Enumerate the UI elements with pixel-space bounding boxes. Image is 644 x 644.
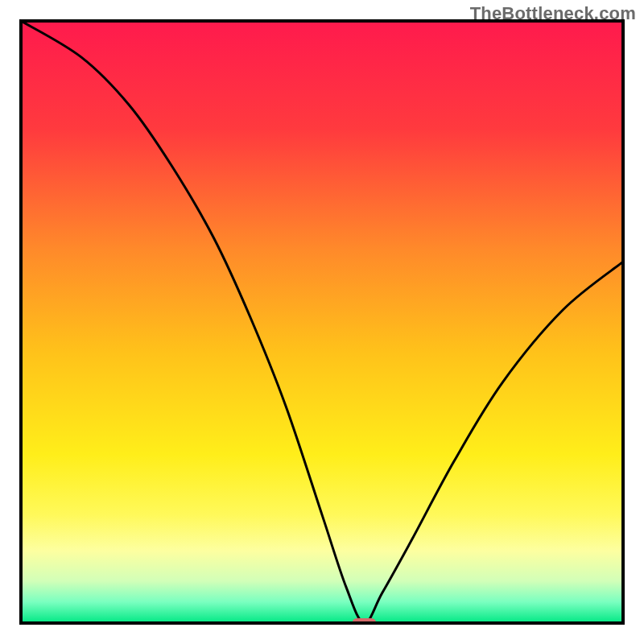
chart-container: TheBottleneck.com xyxy=(0,0,644,644)
bottleneck-chart xyxy=(0,0,644,644)
watermark-text: TheBottleneck.com xyxy=(470,3,636,24)
plot-background xyxy=(21,21,623,623)
